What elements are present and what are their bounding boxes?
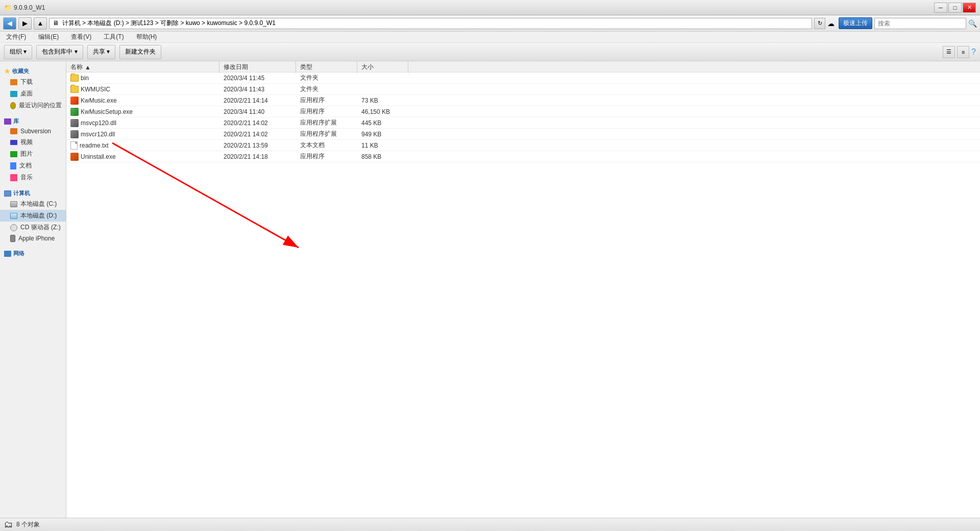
- file-name: Uninstall.exe: [66, 151, 219, 162]
- window-icon: 📁: [4, 4, 12, 11]
- favorites-icon: ★: [4, 67, 10, 75]
- menu-bar: 文件(F) 编辑(E) 查看(V) 工具(T) 帮助(H): [0, 32, 980, 43]
- file-modified: 2020/2/21 14:18: [219, 151, 296, 162]
- file-modified: 2020/2/21 14:14: [219, 95, 296, 106]
- header-type[interactable]: 类型: [296, 61, 357, 73]
- window-controls: ─ □ ✕: [934, 3, 976, 13]
- sidebar-item-disk-z[interactable]: CD 驱动器 (Z:): [0, 222, 66, 233]
- address-bar: ◀ ▶ ▲ 🖥 计算机 > 本地磁盘 (D:) > 测试123 > 可删除 > …: [0, 15, 980, 32]
- sidebar-favorites-section: ★ 收藏夹 下载 桌面 最近访问的位置: [0, 65, 66, 111]
- music-icon: [10, 174, 17, 181]
- dll-icon: [70, 130, 79, 138]
- file-area: 名称 ▲ 修改日期 类型 大小 bin 2020/3/4 11:45 文件夹 K…: [66, 61, 980, 518]
- sidebar-library-section: 库 Subversion 视频 图片 文档: [0, 115, 66, 183]
- menu-file[interactable]: 文件(F): [4, 32, 28, 42]
- exe-icon: [70, 96, 79, 105]
- sidebar-library-header[interactable]: 库: [0, 115, 66, 126]
- file-type: 应用程序: [296, 151, 357, 162]
- sidebar-favorites-header[interactable]: ★ 收藏夹: [0, 65, 66, 76]
- sidebar-item-desktop[interactable]: 桌面: [0, 88, 66, 100]
- up-button[interactable]: ▲: [34, 17, 47, 30]
- sidebar-item-disk-d[interactable]: 本地磁盘 (D:): [0, 210, 66, 222]
- menu-help[interactable]: 帮助(H): [134, 32, 159, 42]
- file-type: 文本文档: [296, 140, 357, 151]
- share-button[interactable]: 共享 ▾: [87, 45, 115, 59]
- sidebar-item-disk-c[interactable]: 本地磁盘 (C:): [0, 198, 66, 210]
- view-list-button[interactable]: ☰: [943, 46, 955, 58]
- file-type: 应用程序: [296, 95, 357, 106]
- file-modified: 2020/3/4 11:43: [219, 84, 296, 94]
- organize-button[interactable]: 组织 ▾: [4, 45, 32, 59]
- file-name: msvcp120.dll: [66, 117, 219, 128]
- title-bar: 📁 9.0.9.0_W1 ─ □ ✕: [0, 0, 980, 15]
- folder-icon: [70, 75, 79, 82]
- file-name: KWMUSIC: [66, 84, 219, 94]
- table-row[interactable]: KwMusicSetup.exe 2020/3/4 11:40 应用程序 46,…: [66, 106, 980, 117]
- subversion-icon: [10, 128, 17, 134]
- sidebar-network-header[interactable]: 网络: [0, 248, 66, 258]
- forward-button[interactable]: ▶: [18, 17, 32, 30]
- sidebar-item-doc[interactable]: 文档: [0, 160, 66, 172]
- header-size[interactable]: 大小: [357, 61, 408, 73]
- table-row[interactable]: KwMusic.exe 2020/2/21 14:14 应用程序 73 KB: [66, 95, 980, 106]
- video-icon: [10, 140, 17, 145]
- file-size: 46,150 KB: [357, 106, 408, 117]
- sidebar-computer-header[interactable]: 计算机: [0, 187, 66, 198]
- status-bar: 🗂 8 个对象: [0, 518, 980, 531]
- refresh-button[interactable]: ↻: [814, 18, 825, 29]
- menu-view[interactable]: 查看(V): [69, 32, 93, 42]
- uninstall-icon: [70, 153, 79, 161]
- dll-icon: [70, 119, 79, 127]
- file-name: msvcr120.dll: [66, 129, 219, 139]
- file-size: 73 KB: [357, 95, 408, 106]
- header-modified[interactable]: 修改日期: [219, 61, 296, 73]
- desktop-icon: [10, 91, 17, 97]
- table-row[interactable]: Uninstall.exe 2020/2/21 14:18 应用程序 858 K…: [66, 151, 980, 162]
- title-text: 9.0.9.0_W1: [14, 4, 45, 11]
- file-size: 11 KB: [357, 140, 408, 151]
- table-row[interactable]: bin 2020/3/4 11:45 文件夹: [66, 73, 980, 84]
- maximize-button[interactable]: □: [948, 3, 962, 13]
- include-library-button[interactable]: 包含到库中 ▾: [36, 45, 83, 59]
- file-name: readme.txt: [66, 140, 219, 151]
- library-icon: [4, 118, 11, 125]
- header-name[interactable]: 名称 ▲: [66, 61, 219, 73]
- title-bar-text: 📁 9.0.9.0_W1: [4, 4, 45, 11]
- sidebar-item-iphone[interactable]: Apple iPhone: [0, 233, 66, 244]
- new-folder-button[interactable]: 新建文件夹: [119, 45, 161, 59]
- file-list: bin 2020/3/4 11:45 文件夹 KWMUSIC 2020/3/4 …: [66, 73, 980, 518]
- file-header: 名称 ▲ 修改日期 类型 大小: [66, 61, 980, 73]
- breadcrumb: 🖥 计算机 > 本地磁盘 (D:) > 测试123 > 可删除 > kuwo >…: [53, 19, 276, 28]
- network-icon: [4, 251, 11, 257]
- address-field[interactable]: 🖥 计算机 > 本地磁盘 (D:) > 测试123 > 可删除 > kuwo >…: [49, 18, 812, 29]
- file-name: KwMusic.exe: [66, 95, 219, 106]
- sidebar-item-music[interactable]: 音乐: [0, 172, 66, 183]
- search-icon[interactable]: 🔍: [968, 19, 977, 28]
- table-row[interactable]: msvcr120.dll 2020/2/21 14:02 应用程序扩展 949 …: [66, 129, 980, 140]
- image-icon: [10, 151, 17, 157]
- cloud-upload-button[interactable]: 极速上传: [839, 17, 872, 29]
- folder-icon: [70, 86, 79, 93]
- sidebar-network-section: 网络: [0, 248, 66, 258]
- sidebar-item-subversion[interactable]: Subversion: [0, 126, 66, 136]
- menu-edit[interactable]: 编辑(E): [36, 32, 61, 42]
- sidebar-item-image[interactable]: 图片: [0, 148, 66, 160]
- file-size: 949 KB: [357, 129, 408, 139]
- sidebar-item-recent[interactable]: 最近访问的位置: [0, 100, 66, 111]
- table-row[interactable]: readme.txt 2020/2/21 13:59 文本文档 11 KB: [66, 140, 980, 151]
- file-modified: 2020/3/4 11:40: [219, 106, 296, 117]
- sidebar-item-video[interactable]: 视频: [0, 136, 66, 148]
- table-row[interactable]: KWMUSIC 2020/3/4 11:43 文件夹: [66, 84, 980, 95]
- sidebar-item-download[interactable]: 下载: [0, 76, 66, 88]
- view-details-button[interactable]: ≡: [957, 46, 969, 58]
- file-type: 文件夹: [296, 73, 357, 83]
- search-input[interactable]: [874, 18, 966, 29]
- back-button[interactable]: ◀: [3, 17, 16, 30]
- menu-tools[interactable]: 工具(T): [102, 32, 126, 42]
- txt-icon: [70, 141, 78, 150]
- help-icon[interactable]: ?: [971, 47, 976, 57]
- table-row[interactable]: msvcp120.dll 2020/2/21 14:02 应用程序扩展 445 …: [66, 117, 980, 129]
- close-button[interactable]: ✕: [963, 3, 976, 13]
- minimize-button[interactable]: ─: [934, 3, 947, 13]
- status-count: 8 个对象: [16, 520, 40, 529]
